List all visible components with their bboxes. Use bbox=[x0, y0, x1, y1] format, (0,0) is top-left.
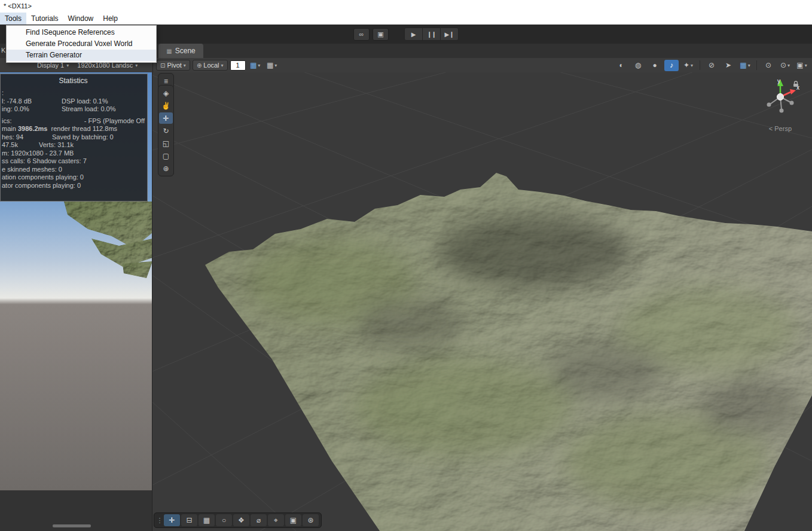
play-button[interactable]: ▶ bbox=[404, 28, 423, 41]
eye-icon: ⊙ bbox=[780, 61, 786, 69]
stat-tris: 47.5k bbox=[2, 141, 39, 149]
transform-tool-button[interactable]: ⊕ bbox=[159, 163, 173, 174]
grid-snap-icon: ▦ bbox=[250, 61, 257, 69]
stat-skinned-meshes: e skinned meshes: 0 bbox=[2, 166, 62, 174]
chevron-down-icon: ▾ bbox=[691, 63, 693, 68]
stat-clipping: ing: 0.0% bbox=[2, 105, 62, 114]
local-label: Local bbox=[203, 62, 219, 69]
overlay-move-button[interactable]: ✛ bbox=[164, 514, 180, 526]
horizontal-scrollbar[interactable] bbox=[53, 524, 91, 527]
gizmos-dropdown-button[interactable]: ⊙ ▾ bbox=[778, 60, 792, 71]
menu-item-terrain-generator[interactable]: Terrain Generator bbox=[7, 50, 156, 61]
pivot-dropdown[interactable]: ⊡ Pivot ▾ bbox=[156, 60, 190, 71]
camera-icon: ▣ bbox=[290, 516, 297, 524]
audio-toggle-button[interactable]: ♪ bbox=[664, 60, 679, 71]
y-axis-label: y bbox=[777, 78, 780, 84]
grid-icon: ▦ bbox=[166, 48, 172, 54]
scale-tool-button[interactable]: ◱ bbox=[159, 138, 173, 149]
overlay-navigate-button[interactable]: ⊛ bbox=[303, 514, 319, 526]
gizmo-center[interactable] bbox=[777, 94, 784, 100]
link-toggle-button[interactable]: ∞ bbox=[353, 28, 370, 41]
hand-icon: ✌ bbox=[161, 102, 170, 110]
gizmos-toggle-button[interactable]: ⊙ bbox=[761, 60, 776, 71]
crosshair-icon: ⌖ bbox=[274, 516, 278, 524]
pivot-label: Pivot bbox=[167, 62, 181, 69]
stat-stream-load: Stream load: 0.0% bbox=[62, 105, 116, 114]
overlay-search-button[interactable]: ⌀ bbox=[251, 514, 267, 526]
scene-viewport[interactable]: ≡ ◈ ✌ ✛ ↻ ◱ ▢ ⊕ bbox=[152, 72, 812, 531]
game-focus-button[interactable]: ▣ bbox=[373, 28, 389, 41]
tab-label-fragment: K bbox=[1, 47, 5, 54]
window-title: * <DX11> bbox=[4, 2, 32, 10]
camera-settings-button[interactable]: ▣ ▾ bbox=[795, 60, 809, 71]
effects-dropdown-button[interactable]: ✦ ▾ bbox=[681, 60, 695, 71]
hamburger-icon: ≡ bbox=[164, 77, 168, 86]
toolbar-separator bbox=[700, 60, 700, 70]
drag-handle-icon[interactable]: ⋮ bbox=[157, 517, 163, 524]
lighting-icon: ● bbox=[652, 61, 657, 69]
grid-visibility-button[interactable]: ▦ ▾ bbox=[738, 60, 752, 71]
tools-dropdown-menu: Find ISequence References Generate Proce… bbox=[6, 25, 157, 63]
chevron-down-icon: ▾ bbox=[184, 63, 186, 68]
rect-tool-button[interactable]: ▢ bbox=[159, 150, 173, 161]
audio-icon: ♪ bbox=[670, 61, 673, 69]
sphere-icon: ○ bbox=[222, 516, 226, 524]
overlay-display-button[interactable]: ⊟ bbox=[181, 514, 197, 526]
local-dropdown[interactable]: ⊕ Local ▾ bbox=[193, 60, 228, 71]
overlay-camera-button[interactable]: ▣ bbox=[285, 514, 301, 526]
globe-axis-icon: ⊕ bbox=[197, 62, 202, 69]
stat-cpu-pre: main bbox=[2, 125, 18, 133]
menu-tools[interactable]: Tools bbox=[0, 13, 26, 25]
scene-visibility-button[interactable]: ⊘ bbox=[704, 60, 719, 71]
projection-label[interactable]: < Persp bbox=[769, 125, 792, 132]
statistics-title: Statistics bbox=[2, 77, 145, 85]
chevron-down-icon: ▾ bbox=[66, 63, 69, 68]
menu-window[interactable]: Window bbox=[63, 13, 99, 25]
move-tool-button[interactable]: ✛ bbox=[159, 112, 173, 124]
pause-button[interactable]: ❙❙ bbox=[422, 28, 441, 41]
menu-tutorials[interactable]: Tutorials bbox=[26, 13, 63, 25]
stat-dsp-load: DSP load: 0.1% bbox=[62, 97, 108, 106]
overlay-terrain-button[interactable]: ▦ bbox=[199, 514, 215, 526]
scene-render bbox=[152, 72, 812, 531]
stat-screen: m: 1920x1080 - 23.7 MB bbox=[2, 149, 74, 158]
floating-terrain-chunks bbox=[57, 202, 152, 285]
menu-item-generate-procedural-voxel-world[interactable]: Generate Procedural Voxel World bbox=[7, 38, 156, 50]
camera-speed-button[interactable]: ➤ bbox=[721, 60, 735, 71]
cube-icon: ◈ bbox=[163, 89, 169, 97]
rotate-tool-button[interactable]: ↻ bbox=[159, 125, 173, 136]
tab-scene[interactable]: ▦ Scene bbox=[158, 44, 203, 58]
2d-view-button[interactable]: ◍ bbox=[631, 60, 645, 71]
stat-audio-header: : bbox=[2, 89, 4, 97]
infinity-icon: ∞ bbox=[359, 30, 364, 38]
grid-snap-button[interactable]: ▦ ▾ bbox=[248, 60, 262, 71]
menu-item-find-isequence-references[interactable]: Find ISequence References bbox=[7, 27, 156, 38]
monitor-icon: ⊟ bbox=[186, 516, 192, 524]
grid-size-input[interactable] bbox=[230, 60, 246, 71]
camera-icon: ▣ bbox=[796, 61, 803, 69]
globe-icon: ◍ bbox=[635, 61, 641, 69]
pause-icon: ❙❙ bbox=[427, 31, 436, 38]
chevron-down-icon: ▾ bbox=[787, 63, 790, 68]
window-titlebar: * <DX11> bbox=[0, 0, 812, 13]
overlay-sphere-button[interactable]: ○ bbox=[216, 514, 232, 526]
scale-icon: ◱ bbox=[163, 139, 169, 148]
transform-icon: ⊕ bbox=[163, 164, 169, 173]
step-button[interactable]: ▶❙ bbox=[440, 28, 459, 41]
stat-animation-components: ation components playing: 0 bbox=[2, 173, 84, 182]
menu-help[interactable]: Help bbox=[98, 13, 123, 25]
tab-scene-label: Scene bbox=[175, 47, 196, 55]
view-tool-button[interactable]: ◈ bbox=[159, 87, 173, 99]
move-icon: ✛ bbox=[163, 114, 169, 123]
shaded-sphere-icon: ◐ bbox=[619, 61, 623, 69]
lock-icon[interactable] bbox=[792, 80, 799, 87]
scene-view-toolbar: ⊡ Pivot ▾ ⊕ Local ▾ ▦ ▾ ▦ ▾ ◐ bbox=[152, 58, 812, 72]
magnifier-icon: ⌀ bbox=[257, 516, 261, 524]
shading-mode-button[interactable]: ◐ bbox=[614, 60, 628, 71]
overlay-paint-button[interactable]: ❖ bbox=[233, 514, 249, 526]
overlay-snap-button[interactable]: ⌖ bbox=[268, 514, 284, 526]
lighting-toggle-button[interactable]: ● bbox=[648, 60, 662, 71]
increment-snap-button[interactable]: ▦ ▾ bbox=[265, 60, 279, 71]
hand-tool-button[interactable]: ✌ bbox=[159, 100, 173, 111]
move-icon: ✛ bbox=[169, 516, 175, 524]
